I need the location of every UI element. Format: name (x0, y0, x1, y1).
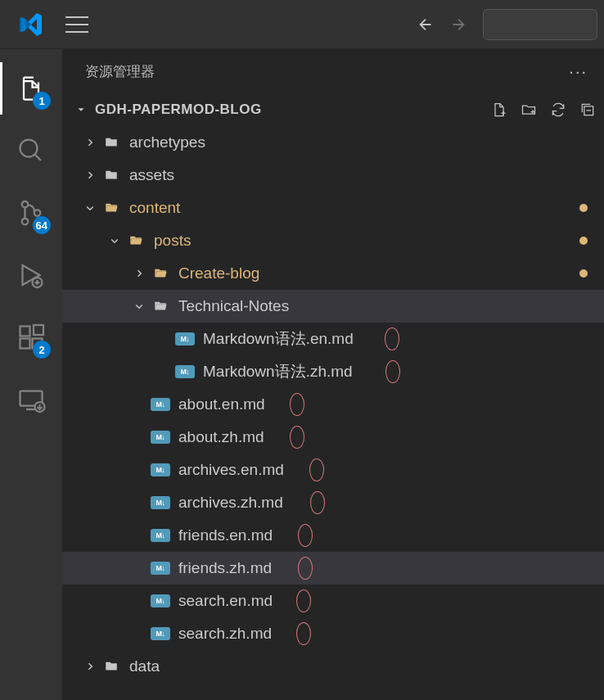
file-tree[interactable]: archetypesassetscontentpostsCreate-blogT… (62, 126, 604, 700)
svg-point-3 (34, 210, 41, 216)
activity-bar: 1 64 2 (0, 49, 62, 700)
tree-item-label: about.en.md (178, 395, 588, 413)
project-name: GDH-PAPERMOD-BLOG (95, 102, 489, 118)
chevron-down-icon (85, 203, 101, 213)
tree-item-label: assets (129, 166, 588, 184)
activity-extensions[interactable]: 2 (0, 306, 62, 368)
markdown-file-icon: M↓ (175, 329, 195, 349)
nav-forward-button[interactable] (442, 8, 475, 41)
chevron-down-icon (134, 301, 151, 311)
svg-rect-6 (20, 339, 30, 349)
markdown-file-icon: M↓ (151, 460, 170, 480)
vscode-logo-icon (16, 10, 46, 39)
tree-item-label: archives.zh.md (178, 494, 588, 512)
markdown-file-icon: M↓ (151, 526, 170, 545)
modified-indicator-icon (579, 204, 588, 212)
tree-item-label: posts (154, 232, 579, 250)
chevron-right-icon (85, 138, 101, 147)
tree-folder[interactable]: archetypes (62, 126, 604, 159)
folder-icon (101, 198, 121, 218)
chevron-down-icon (75, 104, 92, 115)
tree-file[interactable]: M↓friends.en.md (62, 519, 604, 552)
chevron-down-icon (110, 236, 126, 246)
explorer-sidebar: 资源管理器 ··· GDH-PAPERMOD-BLOG archetypesas… (62, 49, 604, 700)
tree-file[interactable]: M↓about.en.md (62, 388, 604, 421)
chevron-right-icon (134, 269, 151, 278)
markdown-file-icon: M↓ (151, 427, 170, 447)
tree-file[interactable]: M↓search.en.md (62, 585, 604, 617)
new-folder-icon[interactable] (519, 100, 539, 120)
folder-icon (101, 133, 121, 152)
main: 1 64 2 资源管理器 ··· GDH-PAPERMOD-BLOG (0, 49, 604, 700)
tree-item-label: search.en.md (178, 592, 588, 610)
tree-file[interactable]: M↓search.zh.md (62, 617, 604, 650)
modified-indicator-icon (579, 269, 588, 278)
project-actions (489, 100, 597, 120)
tree-file[interactable]: M↓archives.en.md (62, 454, 604, 486)
markdown-file-icon: M↓ (151, 591, 170, 611)
tree-item-label: friends.zh.md (178, 559, 588, 577)
markdown-file-icon: M↓ (151, 558, 170, 578)
menu-button[interactable] (65, 16, 88, 33)
activity-remote[interactable] (0, 368, 62, 431)
markdown-file-icon: M↓ (151, 395, 170, 414)
svg-point-0 (20, 140, 38, 157)
chevron-right-icon (85, 662, 101, 671)
explorer-more-icon[interactable]: ··· (569, 62, 588, 81)
markdown-file-icon: M↓ (151, 624, 170, 644)
tree-file[interactable]: M↓archives.zh.md (62, 486, 604, 519)
tree-item-label: Create-blog (178, 264, 579, 282)
folder-icon (101, 165, 121, 185)
tree-item-label: search.zh.md (178, 625, 588, 643)
tree-file[interactable]: M↓about.zh.md (62, 421, 604, 454)
folder-icon (101, 657, 121, 676)
tree-folder[interactable]: Technical-Notes (62, 290, 604, 323)
nav-back-button[interactable] (409, 8, 442, 41)
modified-indicator-icon (579, 237, 588, 245)
tree-item-label: archetypes (129, 133, 588, 151)
svg-rect-5 (20, 327, 30, 336)
folder-icon (151, 296, 170, 316)
tree-item-label: Markdown语法.zh.md (203, 361, 588, 382)
tree-folder[interactable]: assets (62, 159, 604, 192)
new-file-icon[interactable] (489, 100, 509, 120)
tree-item-label: Markdown语法.en.md (203, 328, 588, 350)
activity-search[interactable] (0, 120, 62, 182)
project-header[interactable]: GDH-PAPERMOD-BLOG (62, 93, 604, 126)
folder-icon (126, 231, 146, 251)
markdown-file-icon: M↓ (151, 493, 170, 513)
tree-file[interactable]: M↓Markdown语法.zh.md (62, 355, 604, 388)
explorer-badge: 1 (33, 92, 51, 110)
explorer-header: 资源管理器 ··· (62, 49, 604, 93)
tree-item-label: data (129, 657, 588, 675)
tree-item-label: archives.en.md (178, 461, 588, 479)
svg-rect-8 (34, 325, 43, 335)
svg-point-2 (22, 219, 29, 225)
refresh-icon[interactable] (548, 100, 568, 120)
explorer-title: 资源管理器 (85, 62, 155, 81)
svg-point-1 (22, 201, 29, 208)
tree-item-label: Technical-Notes (178, 297, 588, 315)
command-center-search[interactable] (483, 9, 597, 40)
activity-source-control[interactable]: 64 (0, 182, 62, 244)
extensions-badge: 2 (33, 341, 51, 359)
collapse-all-icon[interactable] (578, 100, 597, 120)
tree-folder[interactable]: content (62, 192, 604, 224)
titlebar (0, 0, 604, 49)
activity-run-debug[interactable] (0, 244, 62, 306)
tree-item-label: friends.en.md (178, 526, 588, 544)
tree-folder[interactable]: Create-blog (62, 257, 604, 290)
activity-explorer[interactable]: 1 (0, 57, 62, 120)
scm-badge: 64 (33, 216, 51, 234)
tree-item-label: content (129, 199, 579, 217)
tree-file[interactable]: M↓Markdown语法.en.md (62, 323, 604, 355)
tree-file[interactable]: M↓friends.zh.md (62, 552, 604, 585)
tree-folder[interactable]: posts (62, 224, 604, 257)
chevron-right-icon (85, 170, 101, 180)
markdown-file-icon: M↓ (175, 362, 195, 382)
folder-icon (151, 264, 170, 283)
tree-item-label: about.zh.md (178, 428, 588, 446)
tree-folder[interactable]: data (62, 650, 604, 683)
